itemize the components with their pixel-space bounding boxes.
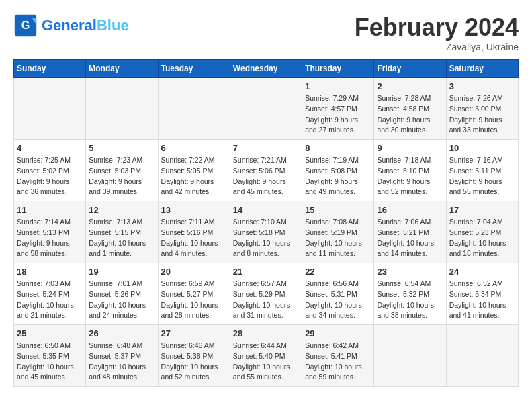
day-number: 8 (305, 143, 371, 153)
logo-text: GeneralBlue (42, 17, 129, 34)
day-number: 5 (89, 143, 154, 153)
day-info: Sunrise: 7:26 AM Sunset: 5:00 PM Dayligh… (449, 93, 515, 136)
calendar-cell (446, 325, 518, 387)
day-info: Sunrise: 7:21 AM Sunset: 5:06 PM Dayligh… (233, 155, 299, 197)
title-area: February 2024 Zavallya, Ukraine (355, 13, 519, 52)
calendar-cell (14, 78, 86, 140)
calendar-cell: 2Sunrise: 7:28 AM Sunset: 4:58 PM Daylig… (374, 78, 446, 140)
day-info: Sunrise: 6:59 AM Sunset: 5:27 PM Dayligh… (161, 279, 227, 321)
calendar-cell: 8Sunrise: 7:19 AM Sunset: 5:08 PM Daylig… (302, 140, 374, 201)
day-number: 1 (305, 81, 371, 91)
calendar-cell: 11Sunrise: 7:14 AM Sunset: 5:13 PM Dayli… (14, 201, 86, 263)
calendar-week-row: 18Sunrise: 7:03 AM Sunset: 5:24 PM Dayli… (14, 263, 519, 325)
calendar-cell: 3Sunrise: 7:26 AM Sunset: 5:00 PM Daylig… (446, 78, 518, 140)
day-info: Sunrise: 7:28 AM Sunset: 4:58 PM Dayligh… (377, 93, 443, 136)
calendar-cell: 21Sunrise: 6:57 AM Sunset: 5:29 PM Dayli… (230, 263, 302, 325)
day-info: Sunrise: 7:01 AM Sunset: 5:26 PM Dayligh… (89, 279, 154, 321)
calendar-table: SundayMondayTuesdayWednesdayThursdayFrid… (13, 59, 519, 387)
calendar-cell: 17Sunrise: 7:04 AM Sunset: 5:23 PM Dayli… (446, 201, 518, 263)
day-info: Sunrise: 7:25 AM Sunset: 5:02 PM Dayligh… (17, 155, 83, 197)
calendar-cell (230, 78, 302, 140)
calendar-cell: 19Sunrise: 7:01 AM Sunset: 5:26 PM Dayli… (86, 263, 158, 325)
calendar-cell: 18Sunrise: 7:03 AM Sunset: 5:24 PM Dayli… (14, 263, 86, 325)
calendar-cell: 12Sunrise: 7:13 AM Sunset: 5:15 PM Dayli… (86, 201, 158, 263)
day-number: 7 (233, 143, 299, 153)
day-number: 15 (305, 205, 371, 215)
calendar-cell: 4Sunrise: 7:25 AM Sunset: 5:02 PM Daylig… (14, 140, 86, 201)
day-info: Sunrise: 6:48 AM Sunset: 5:37 PM Dayligh… (89, 340, 154, 383)
day-number: 11 (17, 205, 83, 215)
calendar-cell: 25Sunrise: 6:50 AM Sunset: 5:35 PM Dayli… (14, 325, 86, 387)
day-number: 18 (17, 267, 83, 277)
day-info: Sunrise: 7:19 AM Sunset: 5:08 PM Dayligh… (305, 155, 371, 197)
calendar-cell: 29Sunrise: 6:42 AM Sunset: 5:41 PM Dayli… (302, 325, 374, 387)
day-number: 12 (89, 205, 154, 215)
day-number: 16 (377, 205, 443, 215)
calendar-cell: 9Sunrise: 7:18 AM Sunset: 5:10 PM Daylig… (374, 140, 446, 201)
month-title: February 2024 (355, 13, 519, 42)
calendar-cell: 10Sunrise: 7:16 AM Sunset: 5:11 PM Dayli… (446, 140, 518, 201)
logo: G GeneralBlue (13, 13, 129, 38)
column-header-thursday: Thursday (302, 60, 374, 78)
calendar-cell (374, 325, 446, 387)
day-info: Sunrise: 7:06 AM Sunset: 5:21 PM Dayligh… (377, 217, 443, 259)
day-number: 29 (305, 328, 371, 338)
day-number: 4 (17, 143, 83, 153)
day-info: Sunrise: 6:54 AM Sunset: 5:32 PM Dayligh… (377, 279, 443, 321)
day-info: Sunrise: 7:23 AM Sunset: 5:03 PM Dayligh… (89, 155, 154, 197)
day-number: 10 (449, 143, 515, 153)
day-info: Sunrise: 6:57 AM Sunset: 5:29 PM Dayligh… (233, 279, 299, 321)
day-number: 13 (161, 205, 227, 215)
calendar-week-row: 25Sunrise: 6:50 AM Sunset: 5:35 PM Dayli… (14, 325, 519, 387)
calendar-cell: 5Sunrise: 7:23 AM Sunset: 5:03 PM Daylig… (86, 140, 158, 201)
calendar-cell: 1Sunrise: 7:29 AM Sunset: 4:57 PM Daylig… (302, 78, 374, 140)
column-header-friday: Friday (374, 60, 446, 78)
svg-text:G: G (21, 19, 30, 31)
calendar-cell: 26Sunrise: 6:48 AM Sunset: 5:37 PM Dayli… (86, 325, 158, 387)
calendar-cell: 20Sunrise: 6:59 AM Sunset: 5:27 PM Dayli… (158, 263, 230, 325)
day-info: Sunrise: 7:11 AM Sunset: 5:16 PM Dayligh… (161, 217, 227, 259)
day-number: 22 (305, 267, 371, 277)
calendar-cell: 28Sunrise: 6:44 AM Sunset: 5:40 PM Dayli… (230, 325, 302, 387)
day-info: Sunrise: 7:03 AM Sunset: 5:24 PM Dayligh… (17, 279, 83, 321)
calendar-cell: 7Sunrise: 7:21 AM Sunset: 5:06 PM Daylig… (230, 140, 302, 201)
calendar-header-row: SundayMondayTuesdayWednesdayThursdayFrid… (14, 60, 519, 78)
day-info: Sunrise: 7:16 AM Sunset: 5:11 PM Dayligh… (449, 155, 515, 197)
day-number: 26 (89, 328, 154, 338)
column-header-tuesday: Tuesday (158, 60, 230, 78)
day-number: 23 (377, 267, 443, 277)
day-info: Sunrise: 7:14 AM Sunset: 5:13 PM Dayligh… (17, 217, 83, 259)
day-number: 14 (233, 205, 299, 215)
day-info: Sunrise: 7:29 AM Sunset: 4:57 PM Dayligh… (305, 93, 371, 136)
logo-icon: G (13, 13, 38, 38)
location: Zavallya, Ukraine (355, 42, 519, 52)
day-number: 24 (449, 267, 515, 277)
column-header-monday: Monday (86, 60, 158, 78)
day-number: 27 (161, 328, 227, 338)
calendar-cell: 6Sunrise: 7:22 AM Sunset: 5:05 PM Daylig… (158, 140, 230, 201)
column-header-wednesday: Wednesday (230, 60, 302, 78)
calendar-cell: 16Sunrise: 7:06 AM Sunset: 5:21 PM Dayli… (374, 201, 446, 263)
day-number: 17 (449, 205, 515, 215)
day-info: Sunrise: 7:04 AM Sunset: 5:23 PM Dayligh… (449, 217, 515, 259)
calendar-week-row: 1Sunrise: 7:29 AM Sunset: 4:57 PM Daylig… (14, 78, 519, 140)
day-info: Sunrise: 7:08 AM Sunset: 5:19 PM Dayligh… (305, 217, 371, 259)
day-number: 6 (161, 143, 227, 153)
column-header-sunday: Sunday (14, 60, 86, 78)
day-number: 25 (17, 328, 83, 338)
day-number: 28 (233, 328, 299, 338)
calendar-cell: 27Sunrise: 6:46 AM Sunset: 5:38 PM Dayli… (158, 325, 230, 387)
calendar-cell (158, 78, 230, 140)
page-header: G GeneralBlue February 2024 Zavallya, Uk… (13, 13, 519, 52)
calendar-week-row: 11Sunrise: 7:14 AM Sunset: 5:13 PM Dayli… (14, 201, 519, 263)
day-info: Sunrise: 7:13 AM Sunset: 5:15 PM Dayligh… (89, 217, 154, 259)
day-info: Sunrise: 6:42 AM Sunset: 5:41 PM Dayligh… (305, 340, 371, 383)
day-info: Sunrise: 6:56 AM Sunset: 5:31 PM Dayligh… (305, 279, 371, 321)
day-number: 9 (377, 143, 443, 153)
day-info: Sunrise: 6:52 AM Sunset: 5:34 PM Dayligh… (449, 279, 515, 321)
column-header-saturday: Saturday (446, 60, 518, 78)
day-number: 2 (377, 81, 443, 91)
calendar-cell (86, 78, 158, 140)
day-number: 21 (233, 267, 299, 277)
day-info: Sunrise: 6:44 AM Sunset: 5:40 PM Dayligh… (233, 340, 299, 383)
